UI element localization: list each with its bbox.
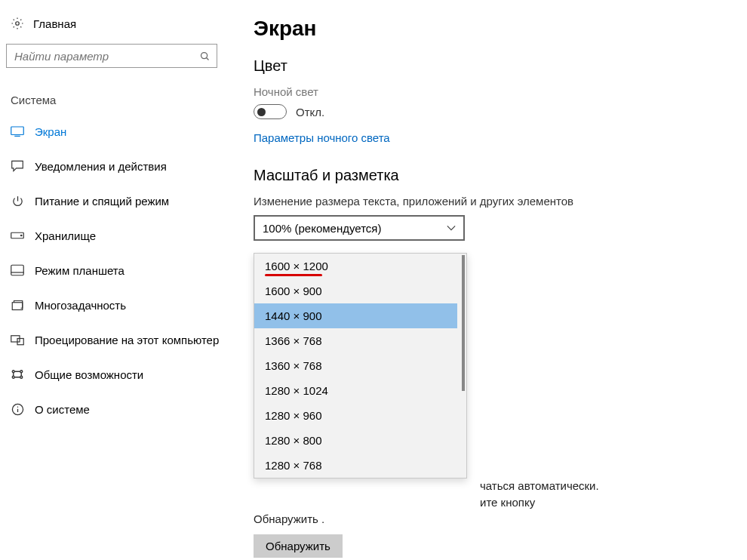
resolution-option[interactable]: 1600 × 1200 [254,254,457,278]
scrollbar-thumb[interactable] [462,255,465,391]
sidebar-item-shared[interactable]: Общие возможности [6,357,235,392]
sidebar-item-label: О системе [35,403,90,416]
svg-point-12 [12,371,14,373]
svg-point-14 [12,376,14,378]
sidebar-item-label: Общие возможности [35,368,143,381]
speech-bubble-icon [11,159,24,173]
night-light-toggle[interactable] [254,104,287,119]
page-title: Экран [254,17,732,41]
svg-point-6 [21,235,23,236]
resolution-dropdown[interactable]: 1600 × 1200 1600 × 900 1440 × 900 1366 ×… [254,253,467,478]
main-panel: Экран Цвет Ночной свет Откл. Параметры н… [241,0,747,560]
search-icon [199,51,211,62]
section-color-title: Цвет [254,57,732,75]
resolution-option[interactable]: 1366 × 768 [254,328,457,353]
tablet-icon [11,263,24,277]
svg-rect-7 [11,265,24,275]
search-input-container[interactable] [6,44,217,68]
sidebar-item-label: Хранилище [35,229,96,242]
detect-button[interactable]: Обнаружить [254,534,343,558]
home-link[interactable]: Главная [6,14,235,33]
display-icon [11,125,24,138]
night-light-state: Откл. [296,106,324,118]
multi-display-text: чаться автоматически. ите кнопку Обнаруж… [254,478,732,558]
svg-rect-3 [11,127,24,135]
share-icon [11,368,24,381]
svg-point-15 [20,376,23,378]
resolution-option[interactable]: 1600 × 900 [254,278,457,303]
resolution-option[interactable]: 1280 × 1024 [254,378,457,403]
sidebar-item-label: Питание и спящий режим [35,195,169,208]
sidebar: Главная Система Экран [0,0,241,560]
sidebar-category: Система [6,89,235,114]
sidebar-item-multitasking[interactable]: Многозадачность [6,288,235,322]
sidebar-item-power[interactable]: Питание и спящий режим [6,183,235,218]
home-label: Главная [33,17,76,30]
night-light-label: Ночной свет [254,85,732,98]
power-icon [11,194,24,208]
sidebar-item-projecting[interactable]: Проецирование на этот компьютер [6,322,235,357]
sidebar-item-display[interactable]: Экран [6,114,235,149]
chevron-down-icon [447,225,456,231]
sidebar-item-label: Экран [35,125,66,138]
svg-point-1 [201,52,208,58]
svg-rect-9 [12,302,23,309]
multitask-icon [11,298,24,312]
sidebar-item-label: Многозадачность [35,299,126,312]
sidebar-item-label: Проецирование на этот компьютер [35,334,219,346]
scale-combo-value: 100% (рекомендуется) [263,222,381,235]
night-light-settings-link[interactable]: Параметры ночного света [254,131,390,144]
svg-point-13 [20,371,23,373]
resolution-option[interactable]: 1280 × 800 [254,428,457,453]
svg-line-2 [207,57,209,60]
resolution-option[interactable]: 1280 × 960 [254,403,457,428]
scale-combo[interactable]: 100% (рекомендуется) [254,215,465,241]
sidebar-item-notifications[interactable]: Уведомления и действия [6,149,235,183]
resolution-option[interactable]: 1280 × 768 [254,453,457,478]
project-icon [11,333,24,346]
info-icon [11,402,24,416]
scale-label: Изменение размера текста, приложений и д… [254,195,732,208]
svg-point-18 [17,406,17,407]
gear-icon [11,17,24,30]
sidebar-item-storage[interactable]: Хранилище [6,218,235,253]
resolution-option[interactable]: 1360 × 768 [254,353,457,378]
section-scale-title: Масштаб и разметка [254,167,732,184]
sidebar-item-label: Режим планшета [35,264,124,277]
sidebar-item-label: Уведомления и действия [35,160,167,173]
storage-icon [11,229,24,242]
resolution-option[interactable]: 1440 × 900 [254,303,457,328]
sidebar-item-tablet[interactable]: Режим планшета [6,253,235,288]
sidebar-item-about[interactable]: О системе [6,392,235,426]
svg-point-0 [16,22,20,26]
search-input[interactable] [14,50,199,63]
